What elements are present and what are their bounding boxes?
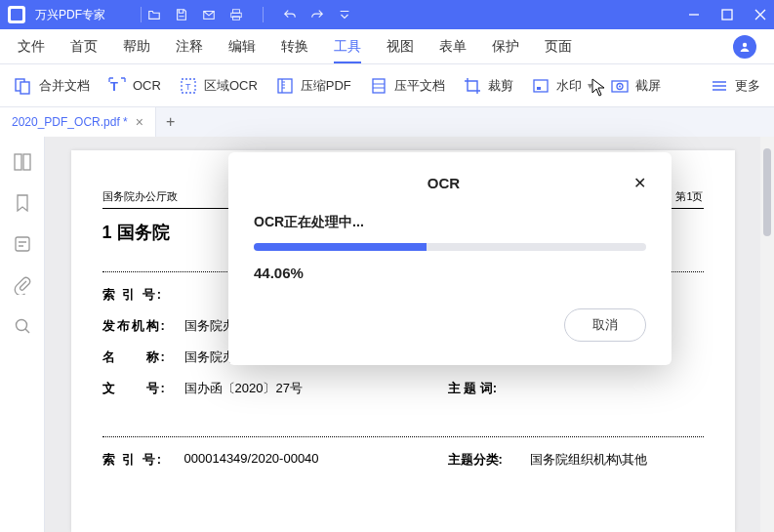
save-icon[interactable] [175, 8, 188, 21]
menu-help[interactable]: 帮助 [123, 38, 150, 56]
open-icon[interactable] [147, 8, 161, 21]
flatten-icon [369, 76, 388, 96]
tool-crop[interactable]: 裁剪 [463, 76, 513, 96]
tool-screenshot-label: 截屏 [635, 77, 661, 95]
tool-area-ocr[interactable]: T区域OCR [179, 76, 258, 96]
modal-close-icon[interactable]: ✕ [633, 174, 646, 192]
index2-label: 索 引 号: [102, 451, 184, 469]
index2-value: 000014349/2020-00040 [184, 451, 409, 469]
tool-watermark[interactable]: 水印▾ [531, 76, 592, 96]
attachment-icon[interactable] [13, 275, 32, 295]
menu-edit[interactable]: 编辑 [228, 38, 256, 56]
tab-title: 2020_PDF_OCR.pdf * [12, 115, 128, 129]
tool-watermark-label: 水印 [556, 77, 582, 95]
svg-rect-18 [15, 154, 21, 170]
cat-label: 主题分类: [448, 451, 530, 469]
svg-rect-4 [722, 10, 732, 20]
progress-fill [254, 243, 427, 251]
tool-more-label: 更多 [735, 77, 760, 95]
page-header-left: 国务院办公厅政 [102, 189, 178, 204]
app-name: 万兴PDF专家 [35, 7, 105, 23]
vertical-scrollbar[interactable] [760, 137, 774, 532]
svg-point-21 [16, 320, 26, 331]
menu-file[interactable]: 文件 [18, 38, 45, 56]
titlebar: 万兴PDF专家 [0, 0, 774, 29]
document-tab[interactable]: 2020_PDF_OCR.pdf * × [0, 107, 156, 137]
tool-area-ocr-label: 区域OCR [204, 77, 258, 95]
menu-view[interactable]: 视图 [387, 38, 414, 56]
print-icon[interactable] [229, 8, 243, 21]
docno-label: 文 号: [102, 380, 184, 397]
svg-rect-20 [16, 237, 29, 251]
page-header-right: 第1页 [675, 189, 703, 204]
merge-icon [14, 76, 33, 96]
index-label: 索 引 号: [102, 286, 184, 304]
close-window-icon[interactable] [754, 9, 766, 20]
scrollbar-thumb[interactable] [763, 148, 771, 236]
user-avatar-icon[interactable] [733, 35, 756, 59]
tool-ocr-label: OCR [133, 78, 161, 93]
menu-comment[interactable]: 注释 [176, 38, 203, 56]
tool-flatten[interactable]: 压平文档 [369, 76, 445, 96]
svg-rect-11 [278, 79, 292, 93]
svg-rect-1 [233, 10, 240, 14]
maximize-icon[interactable] [721, 9, 733, 20]
more-icon [710, 76, 729, 96]
menu-convert[interactable]: 转换 [281, 38, 308, 56]
menu-form[interactable]: 表单 [439, 38, 467, 56]
menu-page[interactable]: 页面 [545, 38, 572, 56]
tool-compress-label: 压缩PDF [301, 77, 351, 95]
app-logo-icon [8, 6, 25, 23]
cancel-button[interactable]: 取消 [564, 308, 646, 342]
tool-merge-label: 合并文档 [39, 77, 90, 95]
svg-rect-12 [373, 79, 385, 93]
svg-rect-19 [23, 154, 30, 170]
dropdown-icon[interactable] [338, 8, 351, 21]
undo-icon[interactable] [283, 8, 297, 21]
svg-text:T: T [110, 79, 118, 94]
comment-icon[interactable] [13, 234, 32, 254]
toolbar: 合并文档 TOCR T区域OCR 压缩PDF 压平文档 裁剪 水印▾ 截屏 更多 [0, 64, 774, 107]
redo-icon[interactable] [310, 8, 324, 21]
tool-merge[interactable]: 合并文档 [14, 76, 90, 96]
tab-add-button[interactable]: + [156, 113, 184, 131]
tool-flatten-label: 压平文档 [394, 77, 445, 95]
subject-label: 主 题 词: [448, 380, 530, 397]
tool-crop-label: 裁剪 [488, 77, 513, 95]
side-panel [0, 137, 45, 532]
bookmark-icon[interactable] [13, 193, 32, 213]
svg-rect-7 [20, 82, 29, 94]
svg-rect-14 [537, 87, 541, 90]
tool-screenshot[interactable]: 截屏 [610, 76, 661, 96]
thumbnails-icon[interactable] [13, 152, 32, 172]
modal-title: OCR [254, 175, 633, 191]
tab-close-icon[interactable]: × [136, 114, 143, 130]
issuer-label: 发布机构: [102, 317, 184, 335]
modal-status: OCR正在处理中... [254, 214, 646, 231]
docno-value: 国办函〔2020〕27号 [184, 380, 409, 397]
minimize-icon[interactable] [688, 9, 700, 20]
menu-home[interactable]: 首页 [70, 38, 98, 56]
watermark-icon [531, 76, 550, 96]
tool-ocr[interactable]: TOCR [107, 76, 161, 96]
tool-compress[interactable]: 压缩PDF [275, 76, 351, 96]
search-icon[interactable] [13, 316, 32, 336]
tabbar: 2020_PDF_OCR.pdf * × + [0, 107, 774, 137]
tool-more[interactable]: 更多 [710, 76, 760, 96]
screenshot-icon [610, 76, 630, 96]
area-ocr-icon: T [179, 76, 198, 96]
compress-icon [275, 76, 295, 96]
svg-point-17 [619, 85, 621, 87]
ocr-icon: T [107, 76, 127, 96]
menubar: 文件 首页 帮助 注释 编辑 转换 工具 视图 表单 保护 页面 [0, 29, 774, 64]
progress-percent: 44.06% [254, 265, 646, 281]
cat-value: 国务院组织机构\其他 [530, 451, 648, 469]
svg-text:T: T [185, 82, 191, 92]
menu-tools[interactable]: 工具 [334, 38, 361, 63]
svg-rect-13 [534, 80, 548, 92]
progress-bar [254, 243, 646, 251]
svg-point-5 [743, 42, 747, 46]
mail-icon[interactable] [202, 8, 216, 21]
crop-icon [463, 76, 482, 96]
menu-protect[interactable]: 保护 [492, 38, 519, 56]
